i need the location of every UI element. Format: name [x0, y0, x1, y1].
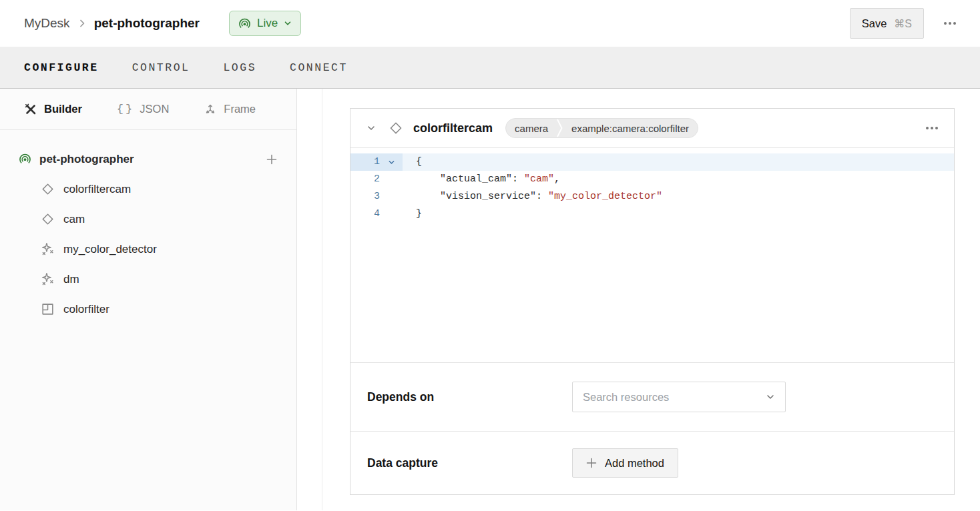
tools-icon [24, 103, 37, 116]
config-main-panel: colorfiltercam camera example:camera:col… [297, 89, 980, 510]
resource-card-header: colorfiltercam camera example:camera:col… [350, 109, 954, 148]
module-icon [41, 302, 55, 316]
depends-on-section: Depends on Search resources [350, 362, 954, 431]
tree-item-label: dm [63, 273, 79, 286]
tree-row-colorfilter[interactable]: colorfilter [0, 294, 296, 324]
tab-connect[interactable]: CONNECT [290, 61, 348, 74]
mode-frame-label: Frame [224, 103, 256, 115]
sidebar-mode-bar: Builder { } JSON Frame [0, 89, 296, 130]
editor-line-3[interactable]: 3 "vision_service": "my_color_detector" [350, 188, 954, 205]
add-method-button[interactable]: Add method [572, 448, 678, 478]
service-sparkle-icon [41, 242, 55, 256]
code-line-content[interactable]: } [403, 205, 954, 223]
frame-axes-icon [204, 103, 217, 116]
badge-type: camera [506, 123, 557, 134]
resource-card-colorfiltercam: colorfiltercam camera example:camera:col… [350, 108, 955, 495]
code-line-content[interactable]: { [403, 153, 954, 171]
tab-configure[interactable]: CONFIGURE [24, 61, 99, 74]
mode-builder[interactable]: Builder [24, 103, 82, 116]
machine-status-label: Live [257, 17, 278, 30]
data-capture-section: Data capture Add method [350, 431, 954, 494]
mode-frame[interactable]: Frame [204, 103, 256, 116]
chevron-down-icon [284, 19, 292, 27]
fold-chevron-icon[interactable] [380, 153, 403, 171]
tree-row-machine[interactable]: pet-photographer [0, 144, 296, 174]
tree-row-colorfiltercam[interactable]: colorfiltercam [0, 174, 296, 204]
panel-divider [322, 89, 322, 510]
primary-tab-bar: CONFIGURE CONTROL LOGS CONNECT [0, 47, 980, 89]
resource-overflow-menu-icon[interactable] [925, 123, 939, 133]
add-resource-button[interactable] [266, 153, 278, 165]
fold-spacer [380, 188, 403, 205]
plus-icon [586, 458, 597, 468]
collapse-chevron-icon[interactable] [366, 123, 376, 133]
mode-builder-label: Builder [44, 103, 82, 115]
badge-model: example:camera:colorfilter [563, 123, 698, 134]
chevron-down-icon [766, 392, 775, 402]
broadcast-icon [238, 17, 251, 30]
resource-tree: pet-photographer colorfiltercam cam [0, 130, 296, 324]
badge-divider-icon [557, 118, 563, 138]
tree-row-dm[interactable]: dm [0, 264, 296, 294]
depends-on-placeholder: Search resources [583, 391, 669, 404]
save-shortcut-hint: ⌘S [894, 17, 912, 30]
depends-on-select[interactable]: Search resources [572, 382, 786, 412]
component-diamond-icon [389, 121, 403, 135]
json-attributes-editor[interactable]: 1{2 "actual_cam": "cam",3 "vision_servic… [350, 148, 954, 362]
fold-spacer [380, 205, 403, 223]
line-number: 3 [350, 188, 380, 205]
add-method-label: Add method [605, 457, 664, 470]
data-capture-label: Data capture [367, 456, 572, 470]
fold-spacer [380, 171, 403, 188]
header-overflow-menu-icon[interactable] [943, 18, 957, 29]
config-sidebar: Builder { } JSON Frame [0, 89, 297, 510]
machine-status-dropdown[interactable]: Live [229, 11, 301, 36]
app-header: MyDesk pet-photographer Live Save ⌘S [0, 0, 980, 47]
line-number: 1 [350, 153, 380, 171]
save-button[interactable]: Save ⌘S [850, 8, 924, 39]
tree-row-my-color-detector[interactable]: my_color_detector [0, 234, 296, 264]
breadcrumb-current: pet-photographer [94, 16, 200, 31]
tab-logs[interactable]: LOGS [223, 61, 256, 74]
component-diamond-icon [41, 182, 55, 196]
tree-item-label: colorfiltercam [63, 183, 131, 196]
tree-item-label: cam [63, 213, 85, 226]
breadcrumb-root[interactable]: MyDesk [24, 16, 70, 31]
line-number: 4 [350, 205, 380, 223]
code-line-content[interactable]: "vision_service": "my_color_detector" [403, 188, 954, 205]
code-line-content[interactable]: "actual_cam": "cam", [403, 171, 954, 188]
tree-item-label: colorfilter [63, 303, 109, 316]
component-diamond-icon [41, 212, 55, 226]
line-number: 2 [350, 171, 380, 188]
mode-json-label: JSON [140, 103, 169, 115]
machine-live-icon [19, 153, 31, 165]
mode-json[interactable]: { } JSON [117, 103, 169, 115]
tree-row-cam[interactable]: cam [0, 204, 296, 234]
braces-icon: { } [117, 103, 133, 115]
depends-on-label: Depends on [367, 390, 572, 404]
editor-line-2[interactable]: 2 "actual_cam": "cam", [350, 171, 954, 188]
tree-item-label: my_color_detector [63, 243, 157, 256]
editor-line-1[interactable]: 1{ [350, 153, 954, 171]
tree-machine-label: pet-photographer [39, 153, 134, 166]
tab-control[interactable]: CONTROL [132, 61, 190, 74]
resource-title: colorfiltercam [413, 121, 493, 135]
service-sparkle-icon [41, 272, 55, 286]
editor-line-4[interactable]: 4} [350, 205, 954, 223]
resource-type-badge: camera example:camera:colorfilter [505, 118, 698, 138]
chevron-right-icon [78, 19, 86, 28]
save-button-label: Save [862, 17, 887, 30]
